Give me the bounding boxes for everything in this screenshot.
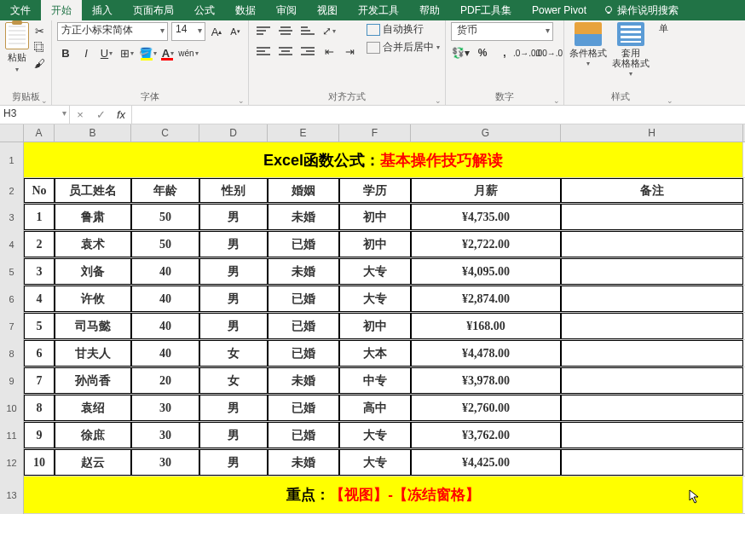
bold-button[interactable]: B	[57, 44, 74, 61]
table-cell[interactable]: 男	[199, 422, 268, 448]
row-header-3[interactable]: 3	[0, 204, 24, 231]
table-cell[interactable]	[561, 422, 743, 448]
row-header-6[interactable]: 6	[0, 286, 24, 313]
accounting-format-button[interactable]: 💱▾	[451, 44, 470, 61]
cut-icon[interactable]: ✂	[32, 24, 46, 38]
table-cell[interactable]: 高中	[339, 395, 411, 421]
menu-tab-11[interactable]: Power Pivot	[522, 0, 597, 20]
table-cell[interactable]: 未婚	[268, 204, 339, 230]
table-header-cell[interactable]: 员工姓名	[55, 178, 131, 203]
menu-tab-5[interactable]: 数据	[225, 0, 266, 20]
table-header-cell[interactable]: 性别	[199, 178, 268, 203]
table-header-cell[interactable]: 月薪	[411, 178, 561, 203]
comma-button[interactable]: ,	[495, 44, 514, 61]
menu-tab-4[interactable]: 公式	[184, 0, 225, 20]
table-cell[interactable]: 女	[199, 367, 268, 394]
percent-button[interactable]: %	[473, 44, 492, 61]
table-cell[interactable]: 男	[199, 258, 268, 285]
table-cell[interactable]: 甘夫人	[55, 340, 131, 367]
table-cell[interactable]: 未婚	[268, 258, 339, 285]
sheet-title[interactable]: Excel函数公式：基本操作技巧解读	[24, 142, 743, 177]
cell-styles-button[interactable]: 单	[655, 22, 672, 78]
table-cell[interactable]: 司马懿	[55, 313, 131, 339]
row-header-4[interactable]: 4	[0, 231, 24, 258]
row-header-12[interactable]: 12	[0, 449, 24, 476]
table-cell[interactable]	[561, 340, 743, 367]
align-top-icon[interactable]	[254, 23, 273, 38]
menu-tab-9[interactable]: 帮助	[409, 0, 450, 20]
column-header-D[interactable]: D	[199, 124, 268, 141]
phonetic-button[interactable]: wén	[180, 44, 197, 61]
decrease-decimal-icon[interactable]: .00→.0	[540, 44, 558, 61]
table-cell[interactable]: 30	[131, 422, 199, 448]
table-cell[interactable]: 许攸	[55, 286, 131, 312]
table-cell[interactable]: ¥168.00	[411, 313, 561, 339]
column-header-E[interactable]: E	[268, 124, 339, 141]
table-cell[interactable]: ¥4,735.00	[411, 204, 561, 230]
table-cell[interactable]	[561, 313, 743, 339]
row-header-7[interactable]: 7	[0, 313, 24, 340]
row-header-13[interactable]: 13	[0, 476, 24, 514]
menu-tab-0[interactable]: 文件	[0, 0, 41, 20]
table-cell[interactable]: 30	[131, 449, 199, 476]
increase-indent-icon[interactable]: ⇥	[341, 43, 358, 60]
table-cell[interactable]: 40	[131, 313, 199, 339]
table-cell[interactable]: 4	[24, 286, 55, 312]
tell-me-search[interactable]: 操作说明搜索	[597, 0, 685, 20]
align-center-icon[interactable]	[276, 43, 295, 59]
menu-tab-6[interactable]: 审阅	[266, 0, 307, 20]
table-cell[interactable]: 鲁肃	[55, 204, 131, 230]
column-header-A[interactable]: A	[24, 124, 55, 141]
align-right-icon[interactable]	[298, 43, 317, 59]
merge-center-button[interactable]: 合并后居中 ▾	[367, 40, 440, 55]
select-all-corner[interactable]	[0, 124, 24, 141]
table-cell[interactable]: 男	[199, 231, 268, 257]
table-cell[interactable]: 2	[24, 231, 55, 257]
increase-font-icon[interactable]: A▴	[209, 24, 224, 39]
paste-button[interactable]: 粘贴 ▾	[5, 22, 29, 73]
wrap-text-button[interactable]: 自动换行	[367, 22, 440, 37]
table-cell[interactable]	[561, 367, 743, 394]
table-cell[interactable]: 已婚	[268, 313, 339, 339]
table-cell[interactable]: 5	[24, 313, 55, 339]
menu-tab-3[interactable]: 页面布局	[123, 0, 184, 20]
column-header-G[interactable]: G	[411, 124, 561, 141]
orientation-button[interactable]: ⤢	[321, 22, 338, 39]
table-cell[interactable]: 10	[24, 449, 55, 476]
table-cell[interactable]	[561, 449, 743, 476]
table-cell[interactable]: 大专	[339, 422, 411, 448]
table-cell[interactable]: 初中	[339, 204, 411, 230]
row-header-9[interactable]: 9	[0, 367, 24, 395]
table-cell[interactable]: 大专	[339, 258, 411, 285]
conditional-formatting-button[interactable]: 条件格式 ▾	[569, 22, 607, 78]
font-size-select[interactable]: 14	[171, 22, 205, 41]
format-painter-icon[interactable]: 🖌	[32, 56, 46, 70]
row-header-1[interactable]: 1	[0, 142, 24, 178]
underline-button[interactable]: U	[98, 44, 115, 61]
table-cell[interactable]: 50	[131, 204, 199, 230]
table-cell[interactable]: 中专	[339, 367, 411, 394]
increase-decimal-icon[interactable]: .0→.00	[517, 44, 536, 61]
table-cell[interactable]: 未婚	[268, 449, 339, 476]
table-cell[interactable]: 袁术	[55, 231, 131, 257]
table-header-cell[interactable]: No	[24, 178, 55, 203]
table-cell[interactable]: 7	[24, 367, 55, 394]
table-cell[interactable]: 初中	[339, 231, 411, 257]
row-header-11[interactable]: 11	[0, 422, 24, 449]
table-cell[interactable]: 赵云	[55, 449, 131, 476]
column-header-H[interactable]: H	[561, 124, 743, 141]
table-cell[interactable]: 男	[199, 204, 268, 230]
table-cell[interactable]: ¥2,722.00	[411, 231, 561, 257]
table-cell[interactable]: 男	[199, 449, 268, 476]
table-cell[interactable]: 袁绍	[55, 395, 131, 421]
table-cell[interactable]: 已婚	[268, 340, 339, 367]
formula-input[interactable]	[132, 106, 745, 124]
menu-tab-10[interactable]: PDF工具集	[450, 0, 522, 20]
column-header-C[interactable]: C	[131, 124, 199, 141]
table-cell[interactable]: 大本	[339, 340, 411, 367]
copy-icon[interactable]: ⿻	[32, 40, 46, 54]
table-cell[interactable]: 男	[199, 286, 268, 312]
menu-tab-2[interactable]: 插入	[82, 0, 123, 20]
fx-icon[interactable]: fx	[111, 108, 131, 121]
table-cell[interactable]: 刘备	[55, 258, 131, 285]
